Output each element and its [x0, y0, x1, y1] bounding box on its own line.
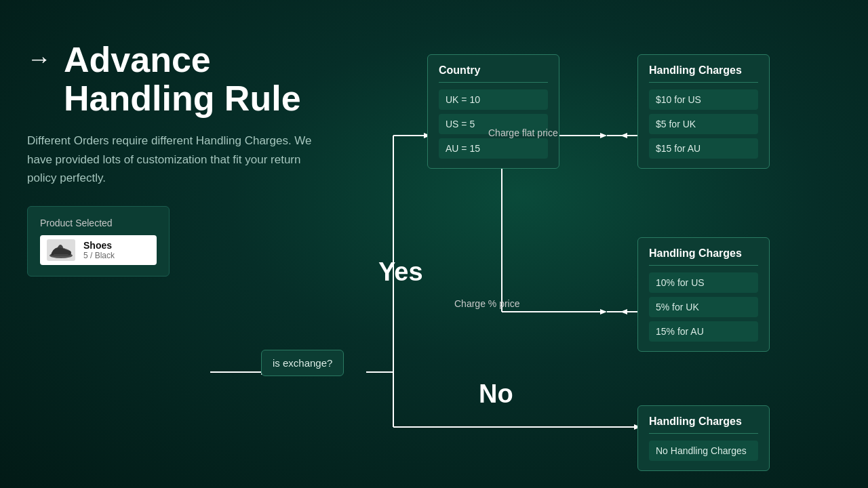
- charge-row-1-us: $10 for US: [649, 89, 758, 110]
- exchange-question-box: is exchange?: [261, 350, 344, 376]
- arrow-icon: →: [27, 45, 52, 73]
- charge-row-2-au: 15% for AU: [649, 321, 758, 342]
- country-box-title: Country: [439, 64, 548, 83]
- country-row-uk: UK = 10: [439, 89, 548, 110]
- charge-row-2-us: 10% for US: [649, 272, 758, 293]
- charge-row-3-none: No Handling Charges: [649, 441, 758, 461]
- handling-box-2-title: Handling Charges: [649, 247, 758, 266]
- product-variant: 5 / Black: [83, 251, 115, 260]
- product-box-label: Product Selected: [40, 218, 157, 228]
- handling-box-flat: Handling Charges $10 for US $5 for UK $1…: [637, 54, 770, 169]
- svg-rect-1: [54, 254, 68, 256]
- country-box: Country UK = 10 US = 5 AU = 15: [427, 54, 559, 169]
- yes-label: Yes: [378, 258, 423, 287]
- charge-row-1-uk: $5 for UK: [649, 114, 758, 134]
- handling-box-no-charge: Handling Charges No Handling Charges: [637, 405, 770, 471]
- product-info: Shoes 5 / Black: [83, 240, 115, 260]
- handling-box-3-title: Handling Charges: [649, 415, 758, 434]
- charge-row-1-au: $15 for AU: [649, 138, 758, 159]
- svg-marker-10: [620, 133, 627, 138]
- handling-box-1-title: Handling Charges: [649, 64, 758, 83]
- country-row-au: AU = 15: [439, 138, 548, 159]
- handling-box-pct: Handling Charges 10% for US 5% for UK 15…: [637, 237, 770, 352]
- product-image: [47, 239, 75, 261]
- product-selected-box: Product Selected Shoes 5 / Black: [27, 206, 170, 277]
- charge-pct-label: Charge % price: [454, 298, 520, 309]
- charge-row-2-uk: 5% for UK: [649, 297, 758, 317]
- flow-area: Country UK = 10 US = 5 AU = 15 Handling …: [210, 27, 854, 488]
- no-label: No: [479, 380, 513, 409]
- product-name: Shoes: [83, 240, 115, 251]
- product-item: Shoes 5 / Black: [40, 235, 157, 265]
- svg-marker-14: [600, 309, 607, 314]
- charge-flat-label: Charge flat price: [488, 127, 558, 138]
- svg-marker-9: [600, 133, 607, 138]
- svg-marker-15: [620, 309, 627, 314]
